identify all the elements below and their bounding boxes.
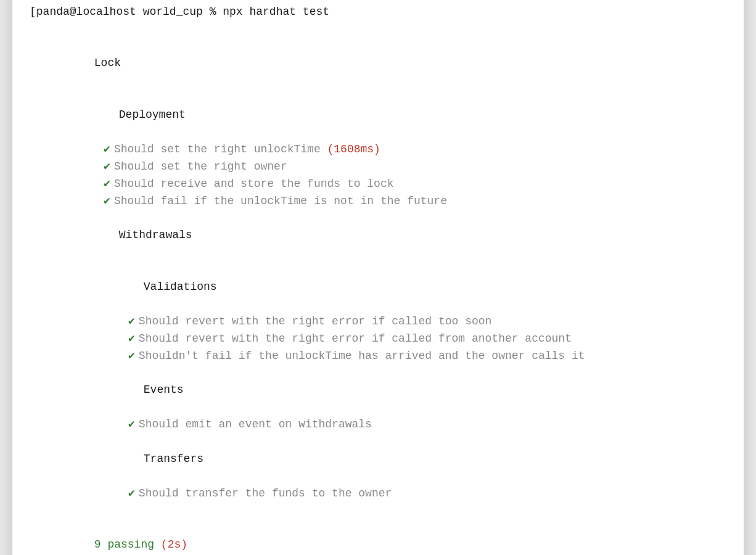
- section-withdrawals: Withdrawals: [30, 210, 726, 261]
- check-text-3: Should receive and store the funds to lo…: [114, 176, 394, 193]
- check-text-8: Should emit an event on withdrawals: [139, 416, 372, 434]
- blank-line-2: [30, 503, 726, 520]
- check-text-1: Should set the right unlockTime (1608ms): [114, 141, 380, 158]
- section-label-lock: Lock: [94, 57, 121, 69]
- section-label-transfers: Transfers: [144, 453, 203, 465]
- check-right-owner: ✔ Should set the right owner: [30, 158, 726, 176]
- check-revert-too-soon: ✔ Should revert with the right error if …: [30, 313, 726, 331]
- terminal-body[interactable]: [panda@localhost remix % cd /Users/panda…: [12, 0, 744, 555]
- check-icon-4: ✔: [104, 193, 110, 210]
- check-icon-1: ✔: [104, 141, 110, 158]
- blank-line-1: [30, 21, 726, 38]
- check-unlock-future: ✔ Should fail if the unlockTime is not i…: [30, 193, 726, 210]
- check-icon-5: ✔: [128, 313, 135, 331]
- check-unlock-time: ✔ Should set the right unlockTime (1608m…: [30, 141, 726, 158]
- check-icon-9: ✔: [128, 485, 135, 503]
- check-unlock-arrived: ✔ Shouldn't fail if the unlockTime has a…: [30, 348, 726, 365]
- check-icon-2: ✔: [104, 158, 110, 176]
- check-funds-lock: ✔ Should receive and store the funds to …: [30, 176, 726, 193]
- terminal-window: [panda@localhost remix % cd /Users/panda…: [12, 0, 744, 555]
- check-icon-6: ✔: [128, 331, 135, 348]
- check-text-2: Should set the right owner: [114, 158, 287, 176]
- check-text-4: Should fail if the unlockTime is not in …: [114, 193, 447, 210]
- passing-count: 9 passing: [94, 538, 154, 551]
- check-text-9: Should transfer the funds to the owner: [139, 485, 392, 503]
- passing-time: (2s): [154, 538, 187, 551]
- check-text-7: Shouldn't fail if the unlockTime has arr…: [139, 348, 585, 365]
- section-label-withdrawals: Withdrawals: [119, 229, 192, 241]
- check-icon-7: ✔: [128, 348, 135, 365]
- check-revert-another-account: ✔ Should revert with the right error if …: [30, 331, 726, 348]
- section-label-deployment: Deployment: [119, 109, 186, 121]
- section-events: Events: [30, 364, 726, 416]
- highlight-1: (1608ms): [327, 143, 380, 155]
- test-summary: 9 passing (2s): [30, 519, 726, 555]
- check-icon-3: ✔: [104, 176, 110, 193]
- check-text-5: Should revert with the right error if ca…: [139, 313, 492, 331]
- check-icon-8: ✔: [128, 416, 135, 434]
- terminal-line-7: [panda@localhost world_cup % npx hardhat…: [30, 4, 726, 21]
- section-label-validations: Validations: [144, 281, 217, 293]
- section-lock: Lock: [30, 38, 726, 89]
- section-transfers: Transfers: [30, 434, 726, 485]
- check-transfer-funds: ✔ Should transfer the funds to the owner: [30, 485, 726, 503]
- section-deployment: Deployment: [30, 89, 726, 141]
- check-text-6: Should revert with the right error if ca…: [139, 331, 572, 348]
- section-label-events: Events: [144, 384, 184, 396]
- check-emit-event: ✔ Should emit an event on withdrawals: [30, 416, 726, 434]
- section-validations: Validations: [30, 261, 726, 313]
